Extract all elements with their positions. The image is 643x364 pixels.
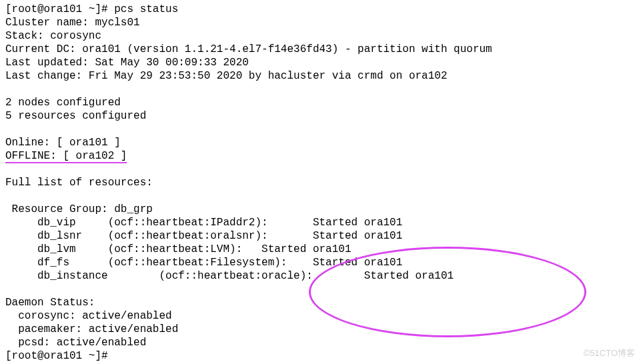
resource-group-line: Resource Group: db_grp (5, 203, 153, 215)
daemon-pacemaker: pacemaker: active/enabled (5, 323, 178, 335)
current-dc-line: Current DC: ora101 (version 1.1.21-4.el7… (5, 43, 492, 55)
terminal-output[interactable]: [root@ora101 ~]# pcs status Cluster name… (0, 0, 643, 364)
online-nodes-line: Online: [ ora101 ] (5, 137, 121, 149)
resource-db-vip: db_vip (ocf::heartbeat:IPaddr2): Started… (5, 217, 402, 229)
last-change-line: Last change: Fri May 29 23:53:50 2020 by… (5, 70, 448, 82)
daemon-pcsd: pcsd: active/enabled (5, 337, 146, 349)
last-updated-line: Last updated: Sat May 30 00:09:33 2020 (5, 57, 249, 69)
cluster-name-line: Cluster name: mycls01 (5, 17, 140, 29)
resource-db-lsnr: db_lsnr (ocf::heartbeat:oralsnr): Starte… (5, 230, 402, 242)
prompt: [root@ora101 ~]# (5, 3, 114, 15)
watermark: ©51CTO博客 (584, 348, 635, 359)
nodes-configured-line: 2 nodes configured (5, 97, 121, 109)
daemon-status-header: Daemon Status: (5, 297, 95, 309)
stack-line: Stack: corosync (5, 30, 101, 42)
full-list-header: Full list of resources: (5, 177, 153, 189)
resource-db-instance: db_instance (ocf::heartbeat:oracle): Sta… (5, 270, 454, 282)
offline-nodes-line: OFFLINE: [ ora102 ] (5, 150, 127, 163)
daemon-corosync: corosync: active/enabled (5, 310, 172, 322)
prompt: [root@ora101 ~]# (5, 350, 114, 362)
command: pcs status (114, 3, 178, 15)
resource-df-fs: df_fs (ocf::heartbeat:Filesystem): Start… (5, 257, 402, 269)
resources-configured-line: 5 resources configured (5, 110, 146, 122)
resource-db-lvm: db_lvm (ocf::heartbeat:LVM): Started ora… (5, 243, 351, 255)
